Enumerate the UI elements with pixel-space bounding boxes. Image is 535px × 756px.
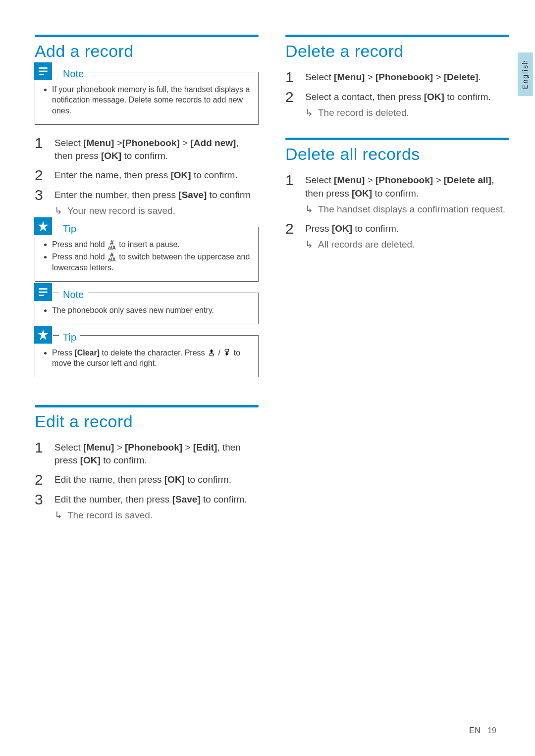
manual-page: English Add a record Note xyxy=(0,0,535,756)
step: 2 Edit the name, then press [OK] to conf… xyxy=(35,472,259,487)
svg-rect-8 xyxy=(210,353,214,356)
hash-key-icon: #a/A xyxy=(108,252,116,263)
step: 1 Select [Menu] > [Phonebook] > [Delete … xyxy=(285,173,509,216)
footer-lang: EN xyxy=(469,725,481,736)
step-text: Enter the number, then press [Save] to c… xyxy=(54,188,259,218)
up-phonebook-icon xyxy=(207,348,216,357)
step-number: 2 xyxy=(35,472,47,487)
step-text: Edit the name, then press [OK] to confir… xyxy=(54,472,259,487)
note-text: If your phonebook memory is full, the ha… xyxy=(52,84,250,116)
result-arrow-icon: ↳ xyxy=(305,106,313,120)
tip-label: Tip xyxy=(59,331,80,344)
page-footer: EN 19 xyxy=(469,725,496,736)
tip-text: Press and hold #a/A to insert a pause. xyxy=(52,239,250,251)
section-rule xyxy=(285,138,509,140)
tip-header: Tip xyxy=(34,217,80,235)
section-title-edit: Edit a record xyxy=(35,410,259,433)
result-line: ↳ Your new record is saved. xyxy=(54,204,259,218)
note-label: Note xyxy=(59,67,88,81)
step-text: Enter the name, then press [OK] to confi… xyxy=(54,168,259,183)
step-number: 1 xyxy=(35,440,47,467)
svg-rect-9 xyxy=(225,349,229,352)
step: 1 Select [Menu] > [Phonebook] > [Delete]… xyxy=(285,70,509,85)
step-number: 1 xyxy=(285,70,297,85)
tip-label: Tip xyxy=(59,222,80,236)
result-line: ↳ The record is deleted. xyxy=(305,106,509,120)
tip-box: Tip Press [Clear] to delete the characte… xyxy=(35,335,259,377)
note-box: Note If your phonebook memory is full, t… xyxy=(35,72,259,125)
svg-marker-3 xyxy=(38,221,49,232)
down-redial-icon xyxy=(222,348,231,357)
result-arrow-icon: ↳ xyxy=(305,203,313,216)
note-text: The phonebook only saves new number entr… xyxy=(52,305,250,316)
tip-box: Tip Press and hold #a/A to insert a paus… xyxy=(35,227,259,282)
tip-text: Press and hold #a/A to switch between th… xyxy=(52,252,250,273)
step-text: Press [OK] to confirm. ↳ All records are… xyxy=(305,221,509,252)
result-arrow-icon: ↳ xyxy=(54,204,62,218)
step-text: Select [Menu] > [Phonebook] > [Delete al… xyxy=(305,173,509,216)
result-line: ↳ The handset displays a confirmation re… xyxy=(305,203,509,216)
step-text: Edit the number, then press [Save] to co… xyxy=(54,492,259,522)
result-arrow-icon: ↳ xyxy=(54,509,62,522)
note-icon xyxy=(34,62,52,80)
step-number: 1 xyxy=(35,136,47,163)
step: 3 Edit the number, then press [Save] to … xyxy=(35,492,259,522)
step-number: 3 xyxy=(35,188,47,218)
step-number: 2 xyxy=(35,168,47,183)
section-rule xyxy=(35,35,259,37)
step-text: Select [Menu] > [Phonebook] > [Edit], th… xyxy=(54,440,259,467)
step-number: 3 xyxy=(35,492,47,522)
step-number: 2 xyxy=(285,90,297,120)
step-text: Select a contact, then press [OK] to con… xyxy=(305,90,509,120)
step: 1 Select [Menu] >[Phonebook] > [Add new]… xyxy=(35,136,259,163)
delete-all-steps: 1 Select [Menu] > [Phonebook] > [Delete … xyxy=(285,173,509,252)
step: 2 Enter the name, then press [OK] to con… xyxy=(35,168,259,183)
two-column-layout: Add a record Note If your phonebook memo… xyxy=(35,35,509,527)
note-box: Note The phonebook only saves new number… xyxy=(35,293,259,324)
section-title-delete-all: Delete all records xyxy=(285,143,509,166)
note-icon xyxy=(34,283,52,301)
hash-key-icon: #a/A xyxy=(108,240,116,251)
footer-page-number: 19 xyxy=(487,725,496,736)
note-header: Note xyxy=(34,283,88,301)
section-rule xyxy=(35,405,259,407)
step-number: 1 xyxy=(285,173,297,216)
result-line: ↳ The record is saved. xyxy=(54,509,259,522)
add-steps: 1 Select [Menu] >[Phonebook] > [Add new]… xyxy=(35,136,259,218)
step-text: Select [Menu] >[Phonebook] > [Add new], … xyxy=(54,136,259,163)
result-line: ↳ All records are deleted. xyxy=(305,238,509,252)
step: 2 Press [OK] to confirm. ↳ All records a… xyxy=(285,221,509,252)
section-title-add: Add a record xyxy=(35,40,259,63)
step-number: 2 xyxy=(285,221,297,252)
delete-steps: 1 Select [Menu] > [Phonebook] > [Delete]… xyxy=(285,70,509,120)
result-arrow-icon: ↳ xyxy=(305,238,313,252)
step: 3 Enter the number, then press [Save] to… xyxy=(35,188,259,218)
right-column: Delete a record 1 Select [Menu] > [Phone… xyxy=(285,35,509,527)
note-label: Note xyxy=(59,288,88,302)
left-column: Add a record Note If your phonebook memo… xyxy=(35,35,259,527)
tip-icon xyxy=(34,217,52,235)
language-tab: English xyxy=(518,52,533,96)
edit-steps: 1 Select [Menu] > [Phonebook] > [Edit], … xyxy=(35,440,259,522)
step-text: Select [Menu] > [Phonebook] > [Delete]. xyxy=(305,70,509,85)
section-title-delete: Delete a record xyxy=(285,40,509,63)
tip-header: Tip xyxy=(34,326,80,344)
svg-marker-7 xyxy=(38,329,49,340)
section-rule xyxy=(285,35,509,37)
note-header: Note xyxy=(34,62,88,80)
tip-icon xyxy=(34,326,52,344)
tip-text: Press [Clear] to delete the character. P… xyxy=(52,348,250,369)
step: 1 Select [Menu] > [Phonebook] > [Edit], … xyxy=(35,440,259,467)
step: 2 Select a contact, then press [OK] to c… xyxy=(285,90,509,120)
